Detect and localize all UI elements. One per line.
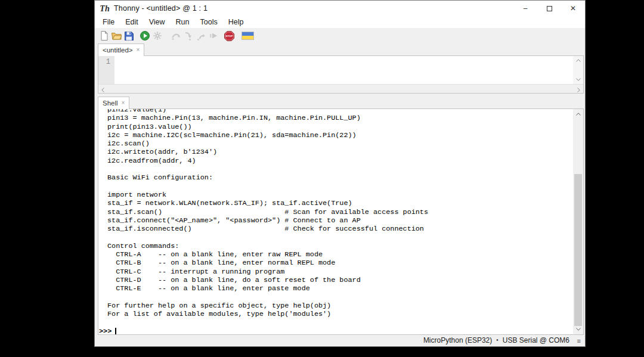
- shell-output-line: Basic WiFi configuration:: [98, 173, 573, 182]
- menu-view[interactable]: View: [144, 17, 171, 27]
- editor-code-area[interactable]: [114, 56, 573, 84]
- step-into-icon: [183, 30, 194, 41]
- step-out-icon: [196, 30, 206, 41]
- resume-icon: [208, 30, 219, 41]
- shell-output-line: sta_if.connect("<AP_name>", "<password>"…: [98, 216, 573, 225]
- shell-output-line: CTRL-E -- on a blank line, enter paste m…: [98, 284, 573, 293]
- editor-tab-close-icon[interactable]: ×: [137, 47, 140, 53]
- step-over-icon: [171, 30, 181, 41]
- shell-pane: pin12.value(1)pin13 = machine.Pin(13, ma…: [98, 108, 584, 335]
- shell-tab[interactable]: Shell ×: [98, 97, 129, 109]
- shell-output-line: For further help on a specific object, t…: [98, 302, 573, 310]
- maximize-button[interactable]: [537, 1, 561, 16]
- new-file-icon: [99, 30, 110, 41]
- save-button[interactable]: [123, 30, 135, 42]
- shell-vertical-scrollbar[interactable]: [573, 109, 583, 334]
- debug-button[interactable]: [151, 30, 163, 42]
- menubar: File Edit View Run Tools Help: [95, 16, 585, 28]
- scroll-right-icon[interactable]: [577, 88, 580, 92]
- shell-tab-close-icon[interactable]: ×: [122, 100, 125, 106]
- editor-tab-untitled[interactable]: <untitled> ×: [98, 44, 144, 56]
- shell-output-line: sta_if.isconnected() # Check for success…: [98, 225, 573, 233]
- shell-output-line: pin13 = machine.Pin(13, machine.Pin.IN, …: [98, 114, 573, 122]
- minimize-icon: –: [524, 4, 528, 13]
- menu-help[interactable]: Help: [223, 17, 249, 27]
- shell-output-line: i2c.writeto(addr, b'1234'): [98, 148, 573, 156]
- close-icon: ✕: [570, 4, 576, 13]
- shell-output-line: print(pin13.value()): [98, 123, 573, 131]
- editor-pane: 1: [98, 55, 584, 94]
- run-button[interactable]: [138, 30, 151, 42]
- shell-output-line: sta_if = network.WLAN(network.STA_IF); s…: [98, 199, 573, 207]
- ukraine-flag-icon: [242, 32, 254, 40]
- scroll-up-icon[interactable]: [576, 113, 581, 116]
- scrollbar-thumb[interactable]: [574, 174, 582, 326]
- debug-icon: [152, 30, 163, 41]
- shell-output-line: i2c.scan(): [98, 139, 573, 148]
- editor-horizontal-scrollbar[interactable]: [98, 84, 583, 93]
- editor-gutter: 1: [98, 56, 114, 84]
- stop-icon: STOP: [224, 30, 235, 42]
- step-over-button[interactable]: [169, 30, 182, 42]
- shell-text-area[interactable]: pin12.value(1)pin13 = machine.Pin(13, ma…: [98, 109, 573, 334]
- shell-output-line: [98, 318, 573, 327]
- screen: Th Thonny - <untitled> @ 1 : 1 – ✕ File …: [0, 0, 644, 357]
- menu-edit[interactable]: Edit: [120, 17, 144, 27]
- new-file-button[interactable]: [98, 30, 110, 42]
- toolbar: STOP: [95, 28, 585, 44]
- shell-output-line: CTRL-A -- on a blank line, enter raw REP…: [98, 250, 573, 259]
- resume-button[interactable]: [207, 30, 219, 42]
- thonny-logo-icon: Th: [100, 4, 110, 14]
- line-number: 1: [106, 58, 110, 66]
- shell-output-line: CTRL-B -- on a blank line, enter normal …: [98, 259, 573, 267]
- resize-grip-icon[interactable]: ≡: [577, 337, 581, 344]
- step-into-button[interactable]: [182, 30, 194, 42]
- shell-output-line: [98, 165, 573, 173]
- minimize-button[interactable]: –: [513, 1, 537, 16]
- shell-output-line: CTRL-C -- interrupt a running program: [98, 268, 573, 276]
- ukraine-flag-button[interactable]: [240, 30, 255, 42]
- backend-label[interactable]: MicroPython (ESP32): [423, 336, 492, 344]
- port-label[interactable]: USB Serial @ COM6: [503, 336, 569, 344]
- maximize-icon: [547, 6, 552, 11]
- stop-button[interactable]: STOP: [223, 30, 236, 42]
- shell-output-line: i2c.readfrom(addr, 4): [98, 157, 573, 165]
- shell-prompt: >>>: [99, 327, 112, 334]
- window-controls: – ✕: [513, 1, 585, 16]
- titlebar: Th Thonny - <untitled> @ 1 : 1 – ✕: [95, 1, 585, 16]
- close-button[interactable]: ✕: [561, 1, 585, 16]
- shell-tab-label: Shell: [103, 100, 118, 107]
- scroll-up-icon[interactable]: [576, 59, 581, 62]
- window-title: Thonny - <untitled> @ 1 : 1: [114, 4, 208, 13]
- save-floppy-icon: [124, 31, 134, 41]
- shell-output-line: [98, 182, 573, 191]
- editor-vertical-scrollbar[interactable]: [573, 56, 583, 84]
- scroll-down-icon[interactable]: [576, 328, 581, 331]
- open-file-button[interactable]: [110, 30, 123, 42]
- run-play-icon: [140, 30, 150, 41]
- svg-text:STOP: STOP: [226, 35, 233, 38]
- editor-tab-label: <untitled>: [103, 46, 133, 54]
- scroll-left-icon[interactable]: [101, 88, 104, 92]
- text-cursor: [115, 328, 116, 334]
- shell-output: pin12.value(1)pin13 = machine.Pin(13, ma…: [98, 109, 573, 327]
- statusbar: MicroPython (ESP32) • USB Serial @ COM6 …: [95, 334, 585, 346]
- shell-output-line: [98, 233, 573, 241]
- shell-output-line: sta_if.scan() # Scan for available acces…: [98, 208, 573, 216]
- menu-tools[interactable]: Tools: [195, 17, 223, 27]
- status-separator: •: [496, 337, 499, 343]
- shell-output-line: [98, 293, 573, 302]
- menu-run[interactable]: Run: [171, 17, 195, 27]
- menu-file[interactable]: File: [97, 17, 120, 27]
- shell-output-line: pin12.value(1): [98, 109, 573, 114]
- thonny-window: Th Thonny - <untitled> @ 1 : 1 – ✕ File …: [94, 0, 586, 347]
- shell-output-line: i2c = machine.I2C(scl=machine.Pin(21), s…: [98, 131, 573, 139]
- shell-output-line: CTRL-D -- on a blank line, do a soft res…: [98, 276, 573, 284]
- scroll-down-icon[interactable]: [576, 78, 581, 81]
- shell-output-line: Control commands:: [98, 242, 573, 250]
- open-folder-icon: [111, 30, 122, 41]
- shell-prompt-line[interactable]: >>>: [98, 327, 573, 334]
- shell-output-line: For a list of available modules, type he…: [98, 310, 573, 318]
- step-out-button[interactable]: [194, 30, 207, 42]
- shell-output-line: import network: [98, 191, 573, 199]
